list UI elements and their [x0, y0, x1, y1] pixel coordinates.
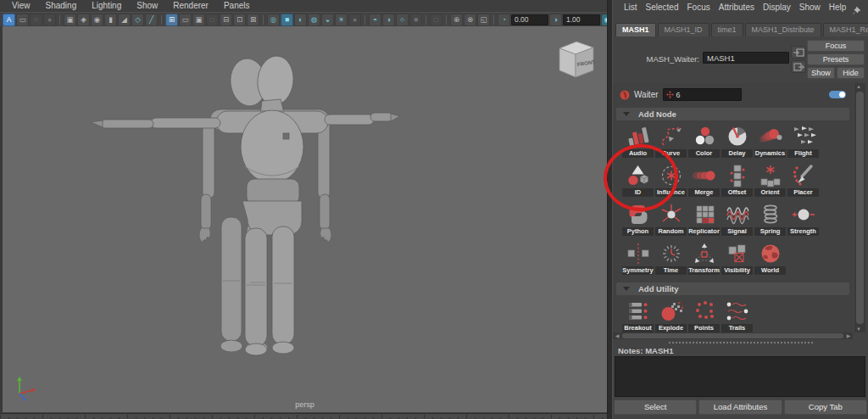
- motion-blur-icon[interactable]: ◑: [382, 14, 395, 26]
- add-node-section-header[interactable]: Add Node: [616, 108, 849, 120]
- menu-attributes[interactable]: Attributes: [715, 2, 759, 14]
- node-item-placer[interactable]: Placer: [787, 162, 820, 201]
- node-item-symmetry[interactable]: Symmetry: [621, 240, 654, 279]
- tab-time1[interactable]: time1: [711, 23, 743, 36]
- node-item-strength[interactable]: Strength: [787, 201, 820, 240]
- lasso-select-icon[interactable]: ○: [30, 14, 42, 26]
- wireframe-display-icon[interactable]: ◎: [267, 14, 280, 26]
- isolate-select-icon[interactable]: □: [430, 14, 442, 26]
- time-slider[interactable]: [0, 413, 607, 419]
- vertical-scrollbar[interactable]: ▲ ▼: [854, 83, 865, 332]
- shadows-icon[interactable]: ●: [348, 14, 361, 26]
- menu-list[interactable]: List: [620, 2, 642, 14]
- node-item-visibility[interactable]: Visibility: [721, 240, 754, 279]
- menu-show[interactable]: Show: [795, 2, 825, 14]
- marquee-select-icon[interactable]: ▭: [16, 14, 29, 26]
- shaded-display-icon[interactable]: ■: [281, 14, 293, 26]
- node-item-time[interactable]: Time: [654, 240, 687, 279]
- bookmark-icon[interactable]: ▮: [104, 14, 117, 26]
- safe-action-icon[interactable]: ⊡: [233, 14, 246, 26]
- menu-panels[interactable]: Panels: [217, 0, 257, 12]
- tab-mash1_id[interactable]: MASH1_ID: [658, 23, 709, 36]
- select-button[interactable]: Select: [614, 399, 697, 415]
- node-item-python[interactable]: Python: [621, 201, 654, 240]
- connect-output-icon[interactable]: [791, 60, 806, 73]
- xray-icon[interactable]: ⊕: [450, 14, 463, 26]
- scroll-up-arrow-icon[interactable]: ▲: [854, 83, 863, 90]
- node-item-audio[interactable]: Audio: [621, 123, 654, 162]
- gamma-field[interactable]: 1.00: [563, 14, 600, 25]
- anti-alias-icon[interactable]: ○: [396, 14, 409, 26]
- node-item-signal[interactable]: Signal: [721, 201, 754, 240]
- node-item-breakout[interactable]: Breakout: [621, 298, 654, 332]
- node-item-spring[interactable]: Spring: [754, 201, 787, 240]
- lights-icon[interactable]: ☀: [335, 14, 348, 26]
- menu-view[interactable]: View: [5, 0, 37, 12]
- safe-title-icon[interactable]: ⊠: [247, 14, 259, 26]
- viewport-canvas[interactable]: FRONT persp: [0, 26, 607, 412]
- gate-mask-icon[interactable]: □: [206, 14, 219, 26]
- pen-icon[interactable]: ╱: [145, 14, 158, 26]
- presets-button[interactable]: Presets: [807, 53, 865, 65]
- menu-help[interactable]: Help: [825, 2, 851, 14]
- node-item-explode[interactable]: Explode: [654, 298, 687, 332]
- node-item-offset[interactable]: Offset: [721, 162, 754, 201]
- node-item-id[interactable]: ID: [621, 162, 654, 201]
- node-item-random[interactable]: Random: [654, 201, 687, 240]
- wireframe-on-shaded-icon[interactable]: ◒: [321, 14, 334, 26]
- node-item-transform[interactable]: Transform: [687, 240, 721, 279]
- model-mannequin[interactable]: [3, 26, 607, 412]
- field-chart-icon[interactable]: ⊟: [220, 14, 232, 26]
- node-item-orient[interactable]: Orient: [754, 162, 787, 201]
- pane-divider[interactable]: [607, 0, 613, 419]
- grease-pencil-icon[interactable]: ◢: [118, 14, 131, 26]
- xray-joints-icon[interactable]: ⊗: [464, 14, 476, 26]
- menu-focus[interactable]: Focus: [682, 2, 714, 14]
- camera-lock-icon[interactable]: ◈: [77, 14, 90, 26]
- menu-show[interactable]: Show: [130, 0, 164, 12]
- menu-shading[interactable]: Shading: [39, 0, 84, 12]
- focus-button[interactable]: Focus: [807, 40, 865, 52]
- paint-select-icon[interactable]: ●: [43, 14, 56, 26]
- scrollbar-thumb[interactable]: [622, 333, 843, 338]
- film-gate-icon[interactable]: ▭: [179, 14, 192, 26]
- resolution-gate-icon[interactable]: ▣: [192, 14, 205, 26]
- show-button[interactable]: Show: [807, 67, 835, 79]
- hide-button[interactable]: Hide: [837, 67, 865, 79]
- gamma-icon[interactable]: ◑: [549, 14, 562, 26]
- scroll-left-arrow-icon[interactable]: ◀: [613, 332, 621, 339]
- node-item-delay[interactable]: Delay: [721, 123, 754, 162]
- menu-renderer[interactable]: Renderer: [166, 0, 215, 12]
- copy-tab-button[interactable]: Copy Tab: [784, 399, 867, 415]
- grid-icon[interactable]: ⊞: [165, 14, 178, 26]
- menu-display[interactable]: Display: [759, 2, 795, 14]
- node-item-curve[interactable]: Curve: [654, 123, 687, 162]
- scroll-down-arrow-icon[interactable]: ▼: [854, 326, 863, 332]
- tab-mash1_distribute[interactable]: MASH1_Distribute: [745, 23, 821, 36]
- menu-lighting[interactable]: Lighting: [85, 0, 128, 12]
- notes-splitter-handle[interactable]: [613, 340, 868, 345]
- scroll-right-arrow-icon[interactable]: ▶: [844, 332, 853, 339]
- scrollbar-thumb[interactable]: [856, 92, 864, 324]
- exposure-icon[interactable]: ◔: [498, 14, 510, 26]
- pin-icon[interactable]: [853, 3, 861, 19]
- select-by-object-icon[interactable]: A: [3, 14, 15, 26]
- exposure-field[interactable]: 0.00: [511, 14, 548, 25]
- occlusion-icon[interactable]: ◓: [369, 14, 381, 26]
- view-cube[interactable]: FRONT: [551, 38, 598, 82]
- node-item-merge[interactable]: Merge: [687, 162, 721, 201]
- node-item-color[interactable]: Color: [687, 123, 721, 162]
- mash-waiter-input[interactable]: [703, 52, 789, 64]
- plane-icon[interactable]: ◱: [477, 14, 490, 26]
- connect-input-icon[interactable]: [791, 46, 806, 59]
- tab-mash1[interactable]: MASH1: [615, 23, 656, 36]
- node-item-world[interactable]: World: [754, 240, 787, 279]
- motion-trail-icon[interactable]: ◇: [131, 14, 144, 26]
- camera-attributes-icon[interactable]: ◉: [91, 14, 103, 26]
- horizontal-scrollbar[interactable]: ◀ ▶: [613, 332, 853, 339]
- add-utility-section-header[interactable]: Add Utility: [616, 282, 849, 295]
- node-item-dynamics[interactable]: Dynamics: [754, 123, 787, 162]
- notes-textarea[interactable]: [615, 356, 865, 397]
- node-item-replicator[interactable]: Replicator: [687, 201, 721, 240]
- node-item-influence[interactable]: Influence: [654, 162, 687, 201]
